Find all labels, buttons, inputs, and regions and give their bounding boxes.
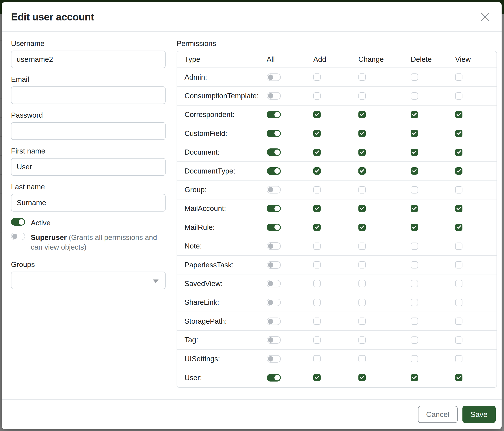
permission-all-toggle[interactable]: [267, 242, 281, 250]
active-toggle[interactable]: [11, 218, 25, 226]
permission-view-checkbox[interactable]: [455, 130, 462, 137]
permission-delete-checkbox[interactable]: [411, 374, 418, 381]
permission-change-checkbox[interactable]: [359, 355, 366, 362]
permission-delete-checkbox[interactable]: [411, 149, 418, 156]
permission-change-checkbox[interactable]: [359, 92, 366, 100]
permission-change-checkbox[interactable]: [359, 130, 366, 137]
permission-add-checkbox[interactable]: [313, 280, 321, 287]
permission-view-checkbox[interactable]: [455, 186, 462, 194]
permission-view-checkbox[interactable]: [455, 261, 462, 269]
permission-change-checkbox[interactable]: [359, 261, 366, 269]
permission-add-checkbox[interactable]: [313, 224, 321, 231]
permission-all-toggle[interactable]: [267, 280, 281, 287]
permission-add-checkbox[interactable]: [313, 205, 321, 212]
permission-all-toggle[interactable]: [267, 261, 281, 269]
permission-view-checkbox[interactable]: [455, 336, 462, 344]
permission-add-checkbox[interactable]: [313, 167, 321, 175]
permission-change-checkbox[interactable]: [359, 205, 366, 212]
email-input[interactable]: [11, 86, 166, 104]
permission-change-checkbox[interactable]: [359, 73, 366, 81]
permission-view-checkbox[interactable]: [455, 224, 462, 231]
permission-delete-checkbox[interactable]: [411, 336, 418, 344]
permission-add-checkbox[interactable]: [313, 73, 321, 81]
permission-all-toggle[interactable]: [267, 148, 281, 156]
permission-delete-checkbox[interactable]: [411, 280, 418, 287]
superuser-toggle[interactable]: [11, 233, 25, 240]
permission-delete-checkbox[interactable]: [411, 73, 418, 81]
permission-add-checkbox[interactable]: [313, 149, 321, 156]
permission-all-toggle[interactable]: [267, 336, 281, 344]
permission-delete-checkbox[interactable]: [411, 186, 418, 194]
permission-view-checkbox[interactable]: [455, 92, 462, 100]
page-scrollbar[interactable]: [502, 14, 504, 431]
permission-view-checkbox[interactable]: [455, 205, 462, 212]
permission-change-checkbox[interactable]: [359, 167, 366, 175]
permission-delete-checkbox[interactable]: [411, 317, 418, 325]
permission-view-checkbox[interactable]: [455, 280, 462, 287]
permission-view-checkbox[interactable]: [455, 111, 462, 118]
groups-select[interactable]: [11, 272, 166, 289]
permission-add-checkbox[interactable]: [313, 299, 321, 306]
permission-view-checkbox[interactable]: [455, 73, 462, 81]
permission-row: MailRule:: [177, 218, 496, 237]
permission-delete-checkbox[interactable]: [411, 92, 418, 100]
permission-view-checkbox[interactable]: [455, 242, 462, 250]
permission-add-checkbox[interactable]: [313, 111, 321, 118]
permission-all-toggle[interactable]: [267, 355, 281, 363]
permission-all-toggle[interactable]: [267, 111, 281, 118]
password-input[interactable]: [11, 122, 166, 140]
permission-add-checkbox[interactable]: [313, 130, 321, 137]
permission-view-checkbox[interactable]: [455, 374, 462, 381]
permission-change-checkbox[interactable]: [359, 224, 366, 231]
permission-change-checkbox[interactable]: [359, 336, 366, 344]
permission-all-toggle[interactable]: [267, 205, 281, 212]
first-name-input[interactable]: [11, 158, 166, 176]
permission-delete-checkbox[interactable]: [411, 224, 418, 231]
permission-add-checkbox[interactable]: [313, 374, 321, 381]
permission-add-checkbox[interactable]: [313, 242, 321, 250]
permission-delete-checkbox[interactable]: [411, 167, 418, 175]
permission-all-toggle[interactable]: [267, 186, 281, 194]
permission-change-checkbox[interactable]: [359, 374, 366, 381]
permission-change-checkbox[interactable]: [359, 149, 366, 156]
permission-view-checkbox[interactable]: [455, 149, 462, 156]
permission-all-toggle[interactable]: [267, 167, 281, 175]
permission-all-toggle[interactable]: [267, 92, 281, 100]
permission-add-checkbox[interactable]: [313, 261, 321, 269]
permission-delete-checkbox[interactable]: [411, 242, 418, 250]
permission-view-checkbox[interactable]: [455, 317, 462, 325]
close-button[interactable]: [478, 10, 492, 24]
cancel-button[interactable]: Cancel: [418, 406, 458, 423]
permission-all-toggle[interactable]: [267, 317, 281, 325]
permission-change-checkbox[interactable]: [359, 242, 366, 250]
permission-delete-checkbox[interactable]: [411, 205, 418, 212]
permission-all-toggle[interactable]: [267, 299, 281, 306]
permission-delete-checkbox[interactable]: [411, 130, 418, 137]
permission-delete-checkbox[interactable]: [411, 299, 418, 306]
permission-change-checkbox[interactable]: [359, 186, 366, 194]
permission-delete-checkbox[interactable]: [411, 261, 418, 269]
permission-view-checkbox[interactable]: [455, 167, 462, 175]
permission-add-checkbox[interactable]: [313, 186, 321, 194]
permission-view-checkbox[interactable]: [455, 355, 462, 362]
email-label: Email: [11, 75, 166, 84]
save-button[interactable]: Save: [462, 406, 496, 423]
permission-change-checkbox[interactable]: [359, 317, 366, 325]
permission-add-checkbox[interactable]: [313, 355, 321, 362]
permission-view-checkbox[interactable]: [455, 299, 462, 306]
last-name-input[interactable]: [11, 194, 166, 212]
permission-add-checkbox[interactable]: [313, 336, 321, 344]
permission-all-toggle[interactable]: [267, 374, 281, 382]
permission-add-checkbox[interactable]: [313, 92, 321, 100]
permission-change-checkbox[interactable]: [359, 280, 366, 287]
permission-delete-checkbox[interactable]: [411, 111, 418, 118]
permission-all-toggle[interactable]: [267, 130, 281, 137]
permission-delete-checkbox[interactable]: [411, 355, 418, 362]
permission-change-checkbox[interactable]: [359, 111, 366, 118]
permission-change-checkbox[interactable]: [359, 299, 366, 306]
username-input[interactable]: [11, 51, 166, 68]
permission-all-toggle[interactable]: [267, 224, 281, 231]
permission-row: Admin:: [177, 68, 496, 87]
permission-all-toggle[interactable]: [267, 73, 281, 81]
permission-add-checkbox[interactable]: [313, 317, 321, 325]
